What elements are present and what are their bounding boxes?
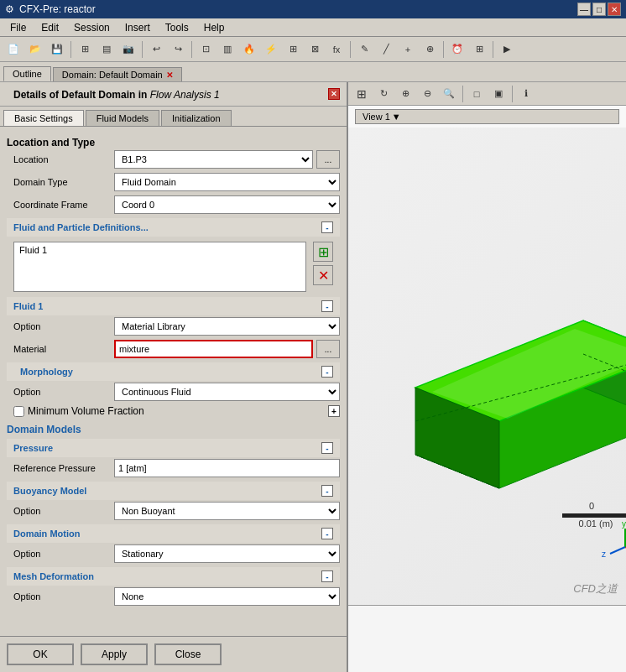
tb-icon3[interactable]: 📷 (118, 39, 138, 60)
sep4 (350, 41, 351, 58)
tab-outline[interactable]: Outline (3, 66, 51, 81)
tb-icon2[interactable]: ▤ (97, 39, 117, 60)
tb-icon1[interactable]: ⊞ (75, 39, 95, 60)
location-browse-button[interactable]: ... (316, 150, 340, 169)
viewport[interactable]: 0 0.01 (m) x y z (348, 128, 626, 605)
fluid-buttons: ⊞ ✕ (310, 242, 333, 292)
coord-frame-row: Coordinate Frame Coord 0 (7, 195, 340, 214)
tb-icon12[interactable]: ╱ (376, 39, 396, 60)
tb-icon4[interactable]: ⊡ (196, 39, 216, 60)
panel-close-button[interactable]: ✕ (328, 88, 340, 100)
mesh-deformation-option-select[interactable]: None (114, 587, 340, 606)
ok-button[interactable]: OK (7, 643, 74, 665)
bottom-bar: OK Apply Close (0, 636, 347, 672)
tb-icon16[interactable]: ⊞ (469, 39, 489, 60)
location-control: B1.P3 ... (114, 150, 340, 169)
material-row: Material ... (7, 340, 340, 358)
vp-zoom-in-button[interactable]: ⊕ (395, 84, 415, 104)
morphology-collapse[interactable]: - (321, 366, 333, 378)
tb-icon13[interactable]: + (398, 39, 418, 60)
pressure-collapse[interactable]: - (321, 442, 333, 454)
svg-line-15 (610, 547, 625, 554)
pressure-header: Pressure - (7, 439, 340, 457)
menu-session[interactable]: Session (67, 20, 117, 35)
tb-icon10[interactable]: fx (326, 39, 347, 60)
fluid-definitions-content: Fluid 1 ⊞ ✕ (7, 238, 340, 295)
redo-button[interactable]: ↪ (168, 39, 188, 60)
tab-domain[interactable]: Domain: Default Domain ✕ (53, 67, 182, 81)
tab-close-icon[interactable]: ✕ (166, 70, 173, 80)
tb-icon15[interactable]: ⏰ (447, 39, 467, 60)
svg-text:y: y (622, 519, 626, 529)
vp-zoom-button[interactable]: 🔍 (439, 84, 459, 104)
open-button[interactable]: 📂 (25, 39, 45, 60)
buoyancy-option-control: Non Buoyant (114, 502, 340, 520)
window-controls[interactable]: — □ ✕ (577, 3, 621, 16)
tb-icon8[interactable]: ⊞ (283, 39, 303, 60)
undo-button[interactable]: ↩ (146, 39, 166, 60)
min-vol-expand[interactable]: + (328, 405, 340, 417)
vp-rotate-button[interactable]: ↻ (373, 84, 394, 104)
location-select[interactable]: B1.P3 (114, 150, 313, 169)
menu-file[interactable]: File (3, 20, 33, 35)
close-button-panel[interactable]: Close (154, 643, 222, 665)
inner-tab-bar: Basic Settings Fluid Models Initializati… (0, 107, 347, 127)
toolbar: 📄 📂 💾 ⊞ ▤ 📷 ↩ ↪ ⊡ ▥ 🔥 ⚡ ⊞ ⊠ fx ✎ ╱ + ⊕ ⏰… (0, 37, 626, 62)
fluid1-collapse[interactable]: - (321, 300, 333, 312)
min-vol-fraction-checkbox[interactable] (13, 406, 24, 417)
vp-shading-button[interactable]: ▣ (488, 84, 509, 104)
apply-button[interactable]: Apply (81, 643, 148, 665)
material-input[interactable] (114, 340, 313, 358)
new-button[interactable]: 📄 (3, 39, 23, 60)
menu-tools[interactable]: Tools (159, 20, 196, 35)
buoyancy-header: Buoyancy Model - (7, 482, 340, 500)
tb-icon17[interactable]: ▶ (497, 39, 517, 60)
domain-motion-option-select[interactable]: Stationary (114, 544, 340, 563)
maximize-button[interactable]: □ (592, 3, 606, 16)
view-label[interactable]: View 1 ▼ (355, 109, 619, 124)
fluid-definitions-collapse[interactable]: - (321, 221, 333, 233)
tb-icon5[interactable]: ▥ (217, 39, 237, 60)
tb-icon14[interactable]: ⊕ (420, 39, 440, 60)
fluid1-header: Fluid 1 - (7, 297, 340, 315)
add-fluid-button[interactable]: ⊞ (313, 242, 333, 262)
tab-fluid-models[interactable]: Fluid Models (86, 110, 159, 126)
close-button[interactable]: ✕ (608, 3, 621, 16)
tb-icon6[interactable]: 🔥 (239, 39, 259, 60)
ref-pressure-input[interactable] (114, 459, 340, 477)
vp-view-button[interactable]: □ (467, 84, 487, 104)
fluid-list-item[interactable]: Fluid 1 (16, 244, 304, 256)
menu-help[interactable]: Help (197, 20, 232, 35)
vp-zoom-out-button[interactable]: ⊖ (417, 84, 437, 104)
tab-basic-settings[interactable]: Basic Settings (3, 110, 84, 126)
fluid-list[interactable]: Fluid 1 (13, 242, 306, 292)
minimize-button[interactable]: — (577, 3, 591, 16)
mesh-deformation-option-row: Option None (7, 587, 340, 606)
save-button[interactable]: 💾 (47, 39, 67, 60)
mesh-deformation-option-label: Option (13, 591, 114, 602)
buoyancy-option-select[interactable]: Non Buoyant (114, 502, 340, 520)
tb-icon11[interactable]: ✎ (354, 39, 374, 60)
coord-frame-select[interactable]: Coord 0 (114, 195, 340, 214)
menu-insert[interactable]: Insert (118, 20, 157, 35)
fluid1-option-select[interactable]: Material Library (114, 317, 340, 336)
material-browse-button[interactable]: ... (316, 340, 340, 358)
domain-motion-collapse[interactable]: - (321, 528, 333, 539)
viewport-toolbar: ⊞ ↻ ⊕ ⊖ 🔍 □ ▣ ℹ (348, 82, 626, 106)
tab-initialization[interactable]: Initialization (161, 110, 231, 126)
tb-icon9[interactable]: ⊠ (305, 39, 325, 60)
vp-info-button[interactable]: ℹ (516, 84, 536, 104)
tb-icon7[interactable]: ⚡ (261, 39, 281, 60)
ref-pressure-row: Reference Pressure (7, 459, 340, 477)
remove-fluid-button[interactable]: ✕ (313, 265, 333, 285)
fluid-definitions-header: Fluid and Particle Definitions... - (7, 218, 340, 237)
mesh-deformation-collapse[interactable]: - (321, 570, 333, 582)
menu-edit[interactable]: Edit (34, 20, 65, 35)
morphology-header: Morphology - (7, 362, 340, 381)
left-panel: Details of Default Domain in Flow Analys… (0, 82, 348, 672)
morphology-option-select[interactable]: Continuous Fluid (114, 383, 340, 401)
domain-type-select[interactable]: Fluid Domain (114, 173, 340, 191)
tab-bar: Outline Domain: Default Domain ✕ (0, 62, 626, 82)
buoyancy-collapse[interactable]: - (321, 485, 333, 497)
vp-fit-button[interactable]: ⊞ (352, 84, 372, 104)
